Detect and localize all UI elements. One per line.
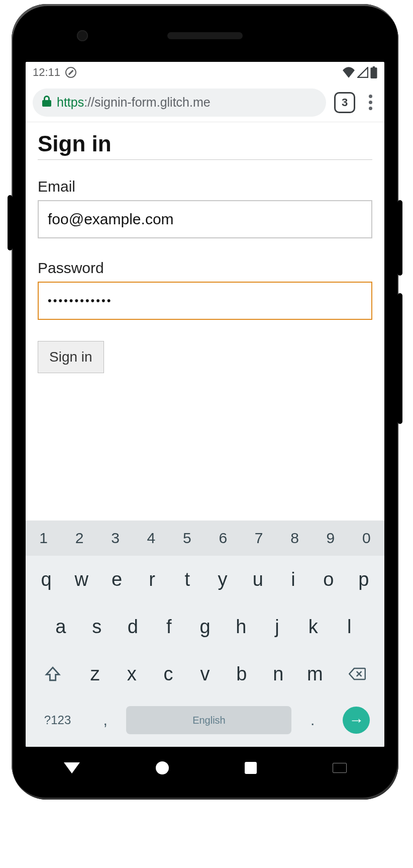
- key-y[interactable]: y: [206, 560, 239, 599]
- space-key[interactable]: English: [126, 706, 291, 734]
- keyboard-number-row: 1 2 3 4 5 6 7 8 9 0: [26, 520, 384, 556]
- key-o[interactable]: o: [312, 560, 345, 599]
- wifi-icon: [342, 67, 355, 78]
- enter-icon: →: [343, 707, 370, 734]
- key-g[interactable]: g: [188, 607, 222, 646]
- phone-speaker: [167, 32, 243, 39]
- phone-camera: [77, 30, 88, 41]
- comma-key[interactable]: ,: [86, 701, 124, 740]
- keyboard-row-1: q w e r t y u i o p: [26, 556, 384, 603]
- key-n[interactable]: n: [261, 654, 295, 693]
- key-1[interactable]: 1: [26, 520, 61, 556]
- password-value-masked: ••••••••••••: [48, 294, 112, 307]
- do-not-disturb-icon: [65, 67, 76, 78]
- key-s[interactable]: s: [80, 607, 114, 646]
- key-h[interactable]: h: [224, 607, 258, 646]
- status-time: 12:11: [33, 66, 60, 79]
- browser-toolbar: https://signin-form.glitch.me 3: [26, 83, 384, 122]
- svg-rect-1: [373, 66, 375, 68]
- recents-button[interactable]: [245, 762, 257, 774]
- symbols-key[interactable]: ?123: [31, 701, 84, 740]
- key-v[interactable]: v: [188, 654, 223, 693]
- key-z[interactable]: z: [78, 654, 113, 693]
- lock-icon: [42, 95, 52, 110]
- email-label: Email: [38, 178, 372, 195]
- soft-keyboard: 1 2 3 4 5 6 7 8 9 0 q w e r t y u i o: [26, 520, 384, 747]
- overflow-menu-button[interactable]: [363, 95, 377, 110]
- status-bar: 12:11: [26, 62, 384, 83]
- address-bar[interactable]: https://signin-form.glitch.me: [33, 89, 326, 117]
- email-value: foo@example.com: [48, 211, 174, 228]
- title-divider: [38, 159, 372, 160]
- key-q[interactable]: q: [30, 560, 63, 599]
- key-t[interactable]: t: [171, 560, 204, 599]
- key-x[interactable]: x: [115, 654, 149, 693]
- url-separator: ://: [84, 95, 94, 109]
- keyboard-row-4: ?123 , English . →: [26, 698, 384, 743]
- key-4[interactable]: 4: [133, 520, 169, 556]
- shift-key[interactable]: [30, 654, 76, 693]
- key-b[interactable]: b: [224, 654, 259, 693]
- screen: 12:11 https://signin-form.glitch.me 3: [26, 62, 384, 747]
- volume-button: [397, 200, 402, 276]
- phone-frame: 12:11 https://signin-form.glitch.me 3: [12, 4, 398, 800]
- key-l[interactable]: l: [332, 607, 366, 646]
- home-button[interactable]: [156, 761, 169, 774]
- key-d[interactable]: d: [116, 607, 150, 646]
- key-m[interactable]: m: [297, 654, 332, 693]
- url-text: https://signin-form.glitch.me: [57, 95, 211, 110]
- svg-rect-0: [370, 67, 377, 78]
- enter-key[interactable]: →: [334, 701, 379, 740]
- cell-signal-icon: [357, 67, 368, 78]
- url-host: signin-form.glitch.me: [94, 95, 211, 109]
- key-c[interactable]: c: [151, 654, 186, 693]
- keyboard-row-2: a s d f g h j k l: [26, 603, 384, 650]
- back-button[interactable]: [64, 762, 80, 773]
- keyboard-switch-icon[interactable]: [333, 763, 347, 773]
- page-content: Sign in Email foo@example.com Password •…: [26, 122, 384, 520]
- key-i[interactable]: i: [276, 560, 309, 599]
- key-p[interactable]: p: [347, 560, 380, 599]
- url-scheme: https: [57, 95, 84, 109]
- key-j[interactable]: j: [260, 607, 294, 646]
- key-9[interactable]: 9: [313, 520, 348, 556]
- side-button: [8, 195, 13, 250]
- key-7[interactable]: 7: [241, 520, 276, 556]
- key-5[interactable]: 5: [169, 520, 205, 556]
- key-w[interactable]: w: [65, 560, 98, 599]
- password-input[interactable]: ••••••••••••: [38, 282, 372, 320]
- backspace-key[interactable]: [334, 654, 380, 693]
- key-0[interactable]: 0: [349, 520, 384, 556]
- key-k[interactable]: k: [296, 607, 330, 646]
- sign-in-button[interactable]: Sign in: [38, 341, 104, 373]
- key-8[interactable]: 8: [277, 520, 313, 556]
- password-label: Password: [38, 259, 372, 277]
- power-button: [397, 293, 402, 424]
- android-nav-bar: [26, 750, 384, 786]
- key-r[interactable]: r: [136, 560, 169, 599]
- key-3[interactable]: 3: [97, 520, 133, 556]
- keyboard-row-3: z x c v b n m: [26, 650, 384, 698]
- battery-icon: [370, 66, 377, 78]
- key-e[interactable]: e: [100, 560, 133, 599]
- key-a[interactable]: a: [44, 607, 78, 646]
- period-key[interactable]: .: [293, 701, 331, 740]
- key-f[interactable]: f: [152, 607, 186, 646]
- tab-switcher-button[interactable]: 3: [334, 92, 355, 113]
- email-input[interactable]: foo@example.com: [38, 200, 372, 238]
- key-u[interactable]: u: [241, 560, 274, 599]
- key-2[interactable]: 2: [61, 520, 97, 556]
- page-title: Sign in: [38, 131, 372, 156]
- key-6[interactable]: 6: [205, 520, 241, 556]
